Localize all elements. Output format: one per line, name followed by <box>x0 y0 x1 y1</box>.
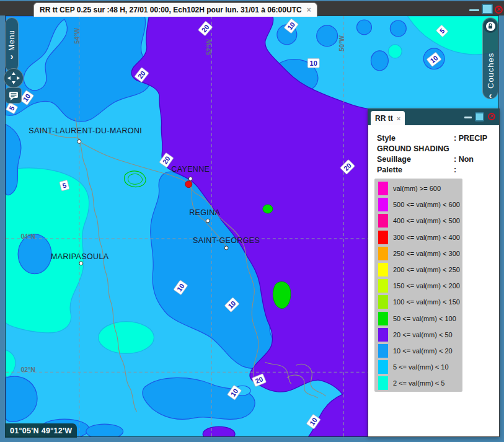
info-row: Seuillage: Non <box>368 154 499 164</box>
palette-label: 10 <= val(mm) < 20 <box>393 347 453 355</box>
palette-row: 300 <= val(mm) < 400 <box>378 229 462 245</box>
palette-label: 250 <= val(mm) < 300 <box>393 250 460 257</box>
info-label: GROUND SHADING <box>368 144 454 153</box>
city-label: MARIPASOULA <box>51 252 109 261</box>
info-row: Palette: <box>368 164 499 175</box>
window-minimize-button[interactable] <box>469 9 479 11</box>
palette-label: 2 <= val(mm) < 5 <box>393 379 444 387</box>
palette-row: 500 <= val(mm) < 600 <box>378 197 462 213</box>
grid-label: 02°N <box>20 366 35 373</box>
document-tab[interactable]: RR tt CEP 0.25 sur :48 H, 27/01 00:00, E… <box>33 2 317 17</box>
palette-row: 150 <= val(mm) < 200 <box>378 278 462 294</box>
palette-row: 100 <= val(mm) < 150 <box>378 294 462 310</box>
palette-swatch <box>378 279 388 293</box>
city-marker <box>188 177 192 180</box>
palette-row: 400 <= val(mm) < 500 <box>378 213 462 229</box>
palette-swatch <box>378 182 388 195</box>
info-value: : <box>454 166 456 174</box>
grid-label: 54°W <box>74 28 81 44</box>
panel-maximize-button[interactable] <box>475 112 484 122</box>
lock-button[interactable] <box>484 19 497 33</box>
grid-label: 52°W <box>206 39 213 55</box>
palette-label: 100 <= val(mm) < 150 <box>393 298 460 306</box>
palette-row: 250 <= val(mm) < 300 <box>378 245 462 262</box>
info-label: Seuillage <box>368 155 454 164</box>
palette-swatch <box>378 198 388 211</box>
info-row: GROUND SHADING <box>368 143 499 154</box>
palette-swatch <box>378 214 388 228</box>
chevron-left-icon: ‹ <box>489 92 492 99</box>
layer-properties-panel[interactable]: RR tt × ✕ Style: PRECIPGROUND SHADINGSeu… <box>368 108 500 437</box>
city-label: SAINT-GEORGES <box>193 236 260 245</box>
palette-legend: val(mm) >= 600500 <= val(mm) < 600400 <=… <box>374 179 462 392</box>
palette-swatch <box>378 247 388 260</box>
annotations-button[interactable] <box>6 87 22 104</box>
info-label: Palette <box>368 166 454 174</box>
city-marker <box>79 262 83 265</box>
palette-label: 150 <= val(mm) < 200 <box>393 282 460 290</box>
palette-label: 500 <= val(mm) < 600 <box>393 201 460 208</box>
layers-label: Couches <box>486 37 495 89</box>
palette-label: val(mm) >= 600 <box>393 185 441 192</box>
palette-swatch <box>378 328 388 342</box>
palette-row: 20 <= val(mm) < 50 <box>378 327 462 343</box>
coordinates-text: 01°05'N 49°12'W <box>10 427 72 435</box>
pan-arrows-icon <box>6 71 21 86</box>
panel-tab[interactable]: RR tt × <box>371 111 405 125</box>
palette-row: 10 <= val(mm) < 20 <box>378 343 462 359</box>
grid-label: 50°W <box>338 35 345 51</box>
panel-tab-title: RR tt <box>375 114 393 123</box>
palette-label: 20 <= val(mm) < 50 <box>393 331 453 338</box>
panel-close-button[interactable]: ✕ <box>488 113 495 120</box>
city-marker <box>206 219 210 223</box>
city-marker <box>77 139 81 143</box>
city-label: CAYENNE <box>171 165 210 174</box>
palette-swatch <box>378 231 388 244</box>
panel-tab-close-icon[interactable]: × <box>397 115 400 122</box>
pan-control-button[interactable] <box>4 68 24 88</box>
comment-list-icon <box>8 90 19 101</box>
window-close-button[interactable]: ✕ <box>495 6 503 14</box>
application-window: 54°W52°W50°W04°N02°N 1052020105101020205… <box>0 0 504 442</box>
palette-swatch <box>378 295 388 309</box>
palette-row: 2 <= val(mm) < 5 <box>378 375 462 391</box>
document-tab-title: RR tt CEP 0.25 sur :48 H, 27/01 00:00, E… <box>40 6 302 14</box>
info-value: : PRECIP <box>454 134 487 143</box>
panel-minimize-button[interactable] <box>464 117 472 118</box>
palette-label: 300 <= val(mm) < 400 <box>393 234 460 241</box>
layers-drawer-tab[interactable]: Couches ‹ <box>482 17 498 99</box>
palette-label: 50 <= val(mm) < 100 <box>393 315 456 322</box>
chevron-right-icon: › <box>11 53 14 60</box>
city-marker <box>224 246 228 250</box>
info-row: Style: PRECIP <box>368 133 499 143</box>
palette-swatch <box>378 360 388 374</box>
grid-label: 04°N <box>20 233 35 240</box>
palette-row: val(mm) >= 600 <box>378 180 462 197</box>
lock-icon <box>487 23 493 29</box>
tab-close-icon[interactable]: × <box>307 6 311 14</box>
contour-label: 10 <box>307 58 319 68</box>
palette-label: 5 <= val(mm) < 10 <box>393 363 449 371</box>
window-maximize-button[interactable] <box>482 4 493 14</box>
city-label: SAINT-LAURENT-DU-MARONI <box>29 126 142 135</box>
palette-swatch <box>378 312 388 325</box>
menu-label: Menu <box>7 30 16 51</box>
palette-row: 50 <= val(mm) < 100 <box>378 311 462 327</box>
svg-text:10: 10 <box>310 60 317 67</box>
city-label: REGINA <box>189 208 220 217</box>
info-label: Style <box>368 134 454 143</box>
palette-swatch <box>378 344 388 358</box>
palette-row: 200 <= val(mm) < 250 <box>378 262 462 278</box>
window-title-bar: RR tt CEP 0.25 sur :48 H, 27/01 00:00, E… <box>0 0 504 15</box>
panel-header[interactable]: RR tt × ✕ <box>368 109 499 125</box>
palette-label: 200 <= val(mm) < 250 <box>393 266 460 273</box>
selected-point-marker[interactable] <box>185 181 192 188</box>
palette-swatch <box>378 263 388 276</box>
palette-swatch <box>378 376 388 390</box>
palette-label: 400 <= val(mm) < 500 <box>393 217 460 224</box>
menu-drawer-tab[interactable]: Menu › <box>5 17 19 72</box>
info-value: : Non <box>454 155 474 164</box>
palette-row: 5 <= val(mm) < 10 <box>378 359 462 375</box>
panel-info-rows: Style: PRECIPGROUND SHADINGSeuillage: No… <box>368 133 499 175</box>
cursor-coordinates-readout: 01°05'N 49°12'W <box>5 423 77 438</box>
